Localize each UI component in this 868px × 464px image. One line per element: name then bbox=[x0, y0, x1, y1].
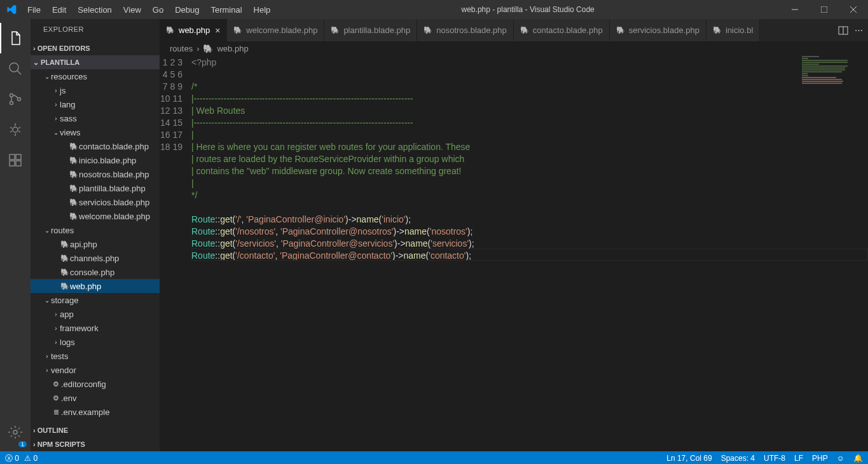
outline-section[interactable]: › OUTLINE bbox=[31, 423, 160, 437]
minimap[interactable] bbox=[802, 55, 859, 93]
encoding[interactable]: UTF-8 bbox=[764, 454, 785, 463]
settings-icon[interactable]: 1 bbox=[0, 417, 31, 447]
search-icon[interactable] bbox=[0, 53, 31, 84]
warnings-indicator[interactable]: ⚠ 0 bbox=[24, 454, 38, 463]
menu-help[interactable]: Help bbox=[249, 3, 276, 17]
notifications-icon[interactable]: 🔔 bbox=[853, 454, 863, 463]
php-icon: 🐘 bbox=[60, 254, 70, 263]
tree-label: storage bbox=[51, 296, 78, 305]
tree-item-vendor[interactable]: ›vendor bbox=[31, 363, 160, 377]
debug-icon[interactable] bbox=[0, 114, 31, 145]
svg-rect-17 bbox=[16, 154, 21, 160]
window-title: web.php - plantilla - Visual Studio Code bbox=[275, 5, 780, 14]
breadcrumb-folder[interactable]: routes bbox=[170, 44, 193, 53]
svg-point-20 bbox=[13, 430, 17, 434]
tree-label: console.php bbox=[70, 268, 114, 277]
menu-debug[interactable]: Debug bbox=[170, 3, 204, 17]
menu-go[interactable]: Go bbox=[148, 3, 169, 17]
source-control-icon[interactable] bbox=[0, 84, 31, 114]
language-mode[interactable]: PHP bbox=[812, 454, 828, 463]
tab-plantilla-blade-php[interactable]: 🐘plantilla.blade.php bbox=[324, 19, 417, 41]
tree-item--editorconfig[interactable]: ⚙.editorconfig bbox=[31, 377, 160, 391]
svg-point-6 bbox=[10, 94, 13, 97]
tab-web-php[interactable]: 🐘web.php× bbox=[160, 19, 227, 41]
tree-label: welcome.blade.php bbox=[79, 212, 150, 221]
sidebar-title: EXPLORER bbox=[31, 19, 160, 41]
more-actions-icon[interactable]: ⋯ bbox=[855, 25, 863, 35]
php-icon: 🐘 bbox=[166, 26, 175, 34]
breadcrumb-file[interactable]: web.php bbox=[217, 44, 248, 53]
tree-label: js bbox=[60, 86, 65, 95]
tree-item-app[interactable]: ›app bbox=[31, 307, 160, 321]
menu-edit[interactable]: Edit bbox=[47, 3, 71, 17]
tree-label: framework bbox=[60, 324, 99, 333]
maximize-button[interactable] bbox=[809, 0, 839, 19]
tree-label: plantilla.blade.php bbox=[79, 184, 146, 193]
npm-label: NPM SCRIPTS bbox=[38, 440, 85, 448]
svg-line-12 bbox=[10, 127, 12, 128]
code-editor[interactable]: 1 2 3 4 5 6 7 8 9 10 11 12 13 14 15 16 1… bbox=[160, 55, 868, 451]
split-editor-icon[interactable] bbox=[838, 25, 848, 36]
tree-item-web-php[interactable]: 🐘web.php bbox=[31, 279, 160, 293]
tree-item-logs[interactable]: ›logs bbox=[31, 335, 160, 349]
tree-item-resources[interactable]: ⌄resources bbox=[31, 69, 160, 83]
menu-selection[interactable]: Selection bbox=[72, 3, 116, 17]
menu-view[interactable]: View bbox=[118, 3, 146, 17]
tab-contacto-blade-php[interactable]: 🐘contacto.blade.php bbox=[514, 19, 610, 41]
file-icon: ≣ bbox=[51, 408, 61, 416]
feedback-icon[interactable]: ☺ bbox=[837, 454, 844, 463]
menu-terminal[interactable]: Terminal bbox=[205, 3, 247, 17]
file-tree: ⌄resources›js›lang›sass⌄views🐘contacto.b… bbox=[31, 69, 160, 423]
explorer-icon[interactable] bbox=[0, 23, 31, 53]
tab-servicios-blade-php[interactable]: 🐘servicios.blade.php bbox=[610, 19, 706, 41]
npm-scripts-section[interactable]: › NPM SCRIPTS bbox=[31, 437, 160, 451]
tab-welcome-blade-php[interactable]: 🐘welcome.blade.php bbox=[227, 19, 324, 41]
extensions-icon[interactable] bbox=[0, 145, 31, 175]
menubar: FileEditSelectionViewGoDebugTerminalHelp bbox=[22, 3, 275, 17]
tree-item--env[interactable]: ⚙.env bbox=[31, 391, 160, 405]
php-icon: 🐘 bbox=[203, 44, 213, 53]
tree-item-sass[interactable]: ›sass bbox=[31, 111, 160, 125]
tab-inicio-bl[interactable]: 🐘inicio.bl bbox=[706, 19, 760, 41]
tree-item-api-php[interactable]: 🐘api.php bbox=[31, 237, 160, 251]
tree-item-tests[interactable]: ›tests bbox=[31, 349, 160, 363]
project-section[interactable]: ⌄ PLANTILLA bbox=[31, 55, 160, 69]
tree-item-welcome-blade-php[interactable]: 🐘welcome.blade.php bbox=[31, 209, 160, 223]
window-controls bbox=[780, 0, 868, 19]
tree-item-storage[interactable]: ⌄storage bbox=[31, 293, 160, 307]
tree-item-plantilla-blade-php[interactable]: 🐘plantilla.blade.php bbox=[31, 181, 160, 195]
tree-item--env-example[interactable]: ≣.env.example bbox=[31, 405, 160, 419]
tree-item-framework[interactable]: ›framework bbox=[31, 321, 160, 335]
tab-nosotros-blade-php[interactable]: 🐘nosotros.blade.php bbox=[417, 19, 514, 41]
tree-item-console-php[interactable]: 🐘console.php bbox=[31, 265, 160, 279]
tab-actions: ⋯ bbox=[833, 19, 868, 41]
tree-item-contacto-blade-php[interactable]: 🐘contacto.blade.php bbox=[31, 139, 160, 153]
indentation[interactable]: Spaces: 4 bbox=[721, 454, 755, 463]
php-icon: 🐘 bbox=[713, 26, 722, 34]
tree-item-lang[interactable]: ›lang bbox=[31, 97, 160, 111]
eol[interactable]: LF bbox=[794, 454, 803, 463]
tree-item-channels-php[interactable]: 🐘channels.php bbox=[31, 251, 160, 265]
tree-label: resources bbox=[51, 72, 87, 81]
open-editors-section[interactable]: › OPEN EDITORS bbox=[31, 41, 160, 55]
cursor-position[interactable]: Ln 17, Col 69 bbox=[666, 454, 712, 463]
tree-item-nosotros-blade-php[interactable]: 🐘nosotros.blade.php bbox=[31, 167, 160, 181]
tree-item-servicios-blade-php[interactable]: 🐘servicios.blade.php bbox=[31, 195, 160, 209]
close-tab-icon[interactable]: × bbox=[215, 25, 220, 36]
minimize-button[interactable] bbox=[780, 0, 809, 19]
php-icon: 🐘 bbox=[69, 142, 79, 151]
errors-indicator[interactable]: ⓧ 0 bbox=[5, 453, 19, 464]
tree-item-inicio-blade-php[interactable]: 🐘inicio.blade.php bbox=[31, 153, 160, 167]
tree-item-routes[interactable]: ⌄routes bbox=[31, 223, 160, 237]
php-icon: 🐘 bbox=[331, 26, 340, 34]
close-button[interactable] bbox=[839, 0, 868, 19]
php-icon: 🐘 bbox=[520, 26, 529, 34]
breadcrumb[interactable]: routes › 🐘 web.php bbox=[160, 41, 868, 55]
tree-item-js[interactable]: ›js bbox=[31, 83, 160, 97]
tree-label: lang bbox=[60, 100, 76, 109]
menu-file[interactable]: File bbox=[22, 3, 46, 17]
code-content[interactable]: <?php /* |------------------------------… bbox=[191, 55, 868, 451]
php-icon: 🐘 bbox=[233, 26, 242, 34]
vscode-logo-icon bbox=[0, 4, 22, 15]
tree-item-views[interactable]: ⌄views bbox=[31, 125, 160, 139]
